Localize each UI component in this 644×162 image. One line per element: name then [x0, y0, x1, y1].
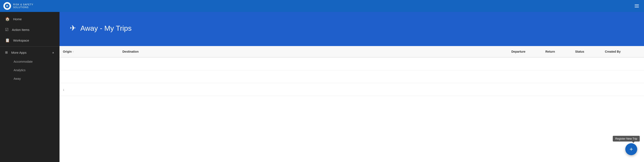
- sidebar-divider: [0, 46, 60, 47]
- hamburger-button[interactable]: [633, 2, 640, 10]
- cell-created-by-3: [602, 83, 644, 96]
- column-header-status[interactable]: Status: [572, 46, 602, 57]
- cell-status-2: [572, 70, 602, 83]
- cell-destination-3: [119, 83, 508, 96]
- page-title: Away - My Trips: [80, 24, 132, 32]
- sort-icon-origin: ↑: [72, 50, 74, 53]
- sidebar-nav: 🏠 Home ☑ Action Items 📋 Workspace ⊞ More…: [0, 12, 60, 85]
- cell-departure-1: [508, 58, 542, 70]
- column-header-destination[interactable]: Destination: [119, 46, 508, 57]
- cell-return-1: [542, 58, 572, 70]
- destination-label: Destination: [122, 50, 138, 53]
- logo-icon: R: [4, 2, 11, 10]
- register-trip-button[interactable]: +: [625, 143, 637, 155]
- logo-text: RISK & SAFETY SOLUTIONS: [13, 3, 33, 9]
- status-label: Status: [575, 50, 584, 53]
- cell-return-3: [542, 83, 572, 96]
- sidebar-workspace-label: Workspace: [13, 39, 29, 42]
- cell-destination-2: [119, 70, 508, 83]
- more-apps-icon: ⊞: [5, 50, 8, 54]
- table-row: ↓: [60, 83, 644, 96]
- svg-rect-3: [635, 6, 639, 6]
- sidebar-sub-analytics[interactable]: Analytics: [0, 66, 60, 74]
- column-header-created-by[interactable]: Created By: [602, 46, 644, 57]
- column-header-departure[interactable]: Departure: [508, 46, 542, 57]
- cell-destination-1: [119, 58, 508, 70]
- column-header-return[interactable]: Return: [542, 46, 572, 57]
- sidebar-home-label: Home: [13, 17, 22, 21]
- svg-text:R: R: [6, 5, 8, 8]
- airplane-icon: ✈: [70, 24, 76, 33]
- analytics-label: Analytics: [14, 68, 26, 72]
- svg-rect-4: [635, 7, 639, 8]
- page-header: ✈ Away - My Trips: [60, 12, 644, 46]
- departure-label: Departure: [511, 50, 526, 53]
- sidebar: 🏠 Home ☑ Action Items 📋 Workspace ⊞ More…: [0, 12, 60, 162]
- cell-departure-3: [508, 83, 542, 96]
- cell-origin-1: [60, 58, 119, 70]
- cell-departure-2: [508, 70, 542, 83]
- home-icon: 🏠: [5, 17, 10, 21]
- topbar: R RISK & SAFETY SOLUTIONS: [0, 0, 644, 12]
- cell-origin-3: ↓: [60, 83, 119, 96]
- tooltip-text: Register New Trip: [615, 137, 637, 140]
- cell-return-2: [542, 70, 572, 83]
- logo-area: R RISK & SAFETY SOLUTIONS: [4, 2, 63, 10]
- svg-rect-2: [635, 5, 639, 5]
- cell-origin-2: [60, 70, 119, 83]
- sidebar-action-items-label: Action Items: [12, 28, 30, 32]
- action-items-icon: ☑: [5, 27, 8, 32]
- cell-created-by-2: [602, 70, 644, 83]
- return-label: Return: [546, 50, 555, 53]
- cell-created-by-1: [602, 58, 644, 70]
- column-header-origin[interactable]: Origin ↑: [60, 46, 119, 57]
- sidebar-item-workspace[interactable]: 📋 Workspace: [0, 35, 60, 46]
- cell-status-1: [572, 58, 602, 70]
- sidebar-more-apps-label: More Apps: [11, 51, 26, 54]
- sidebar-sub-away[interactable]: Away: [0, 74, 60, 83]
- created-by-label: Created By: [605, 50, 620, 53]
- sidebar-more-apps-left: ⊞ More Apps: [5, 50, 26, 54]
- sidebar-sub-accommodate[interactable]: Accommodate: [0, 57, 60, 66]
- table-header: Origin ↑ Destination Departure Return St…: [60, 46, 644, 58]
- cell-status-3: [572, 83, 602, 96]
- trips-table: Origin ↑ Destination Departure Return St…: [60, 46, 644, 162]
- accommodate-label: Accommodate: [14, 60, 32, 63]
- main-content: ✈ Away - My Trips Origin ↑ Destination D…: [60, 12, 644, 162]
- chevron-up-icon: ▲: [52, 51, 54, 54]
- sidebar-more-apps-section[interactable]: ⊞ More Apps ▲: [0, 48, 60, 57]
- origin-label: Origin: [63, 50, 72, 53]
- sidebar-item-action-items[interactable]: ☑ Action Items: [0, 24, 60, 35]
- workspace-icon: 📋: [5, 38, 10, 43]
- table-row: [60, 58, 644, 70]
- plus-icon: +: [630, 146, 633, 153]
- table-row: [60, 70, 644, 83]
- away-label: Away: [14, 77, 21, 80]
- sidebar-item-home[interactable]: 🏠 Home: [0, 14, 60, 24]
- register-trip-tooltip: Register New Trip: [613, 136, 640, 141]
